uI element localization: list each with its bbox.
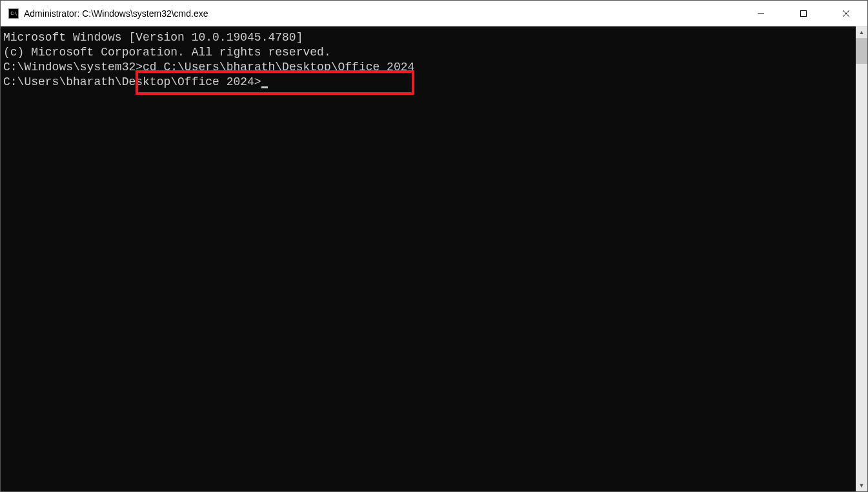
prompt-path: C:\Windows\system32> (3, 61, 143, 74)
cursor (261, 86, 268, 88)
terminal-container: Microsoft Windows [Version 10.0.19045.47… (1, 26, 867, 491)
svg-rect-1 (801, 10, 807, 16)
scroll-up-arrow-icon[interactable]: ▲ (856, 26, 867, 38)
window-controls (740, 1, 867, 26)
cmd-icon: C:\ (8, 8, 19, 19)
scroll-down-arrow-icon[interactable]: ▼ (856, 480, 867, 491)
copyright-line: (c) Microsoft Corporation. All rights re… (3, 45, 853, 60)
prompt-line-2: C:\Users\bharath\Desktop\Office 2024> (3, 75, 853, 90)
prompt-command: cd C:\Users\bharath\Desktop\Office 2024 (143, 61, 414, 74)
scroll-thumb[interactable] (856, 38, 867, 64)
prompt-line-1: C:\Windows\system32>cd C:\Users\bharath\… (3, 60, 853, 75)
maximize-button[interactable] (782, 1, 825, 26)
close-button[interactable] (825, 1, 867, 26)
version-line: Microsoft Windows [Version 10.0.19045.47… (3, 30, 853, 45)
prompt-path: C:\Users\bharath\Desktop\Office 2024> (3, 75, 261, 88)
terminal-output[interactable]: Microsoft Windows [Version 10.0.19045.47… (1, 26, 856, 491)
minimize-button[interactable] (740, 1, 782, 26)
scroll-track[interactable] (856, 38, 867, 480)
window-title: Administrator: C:\Windows\system32\cmd.e… (24, 8, 740, 19)
vertical-scrollbar[interactable]: ▲ ▼ (856, 26, 867, 491)
titlebar[interactable]: C:\ Administrator: C:\Windows\system32\c… (1, 1, 867, 26)
cmd-window: C:\ Administrator: C:\Windows\system32\c… (0, 0, 868, 492)
